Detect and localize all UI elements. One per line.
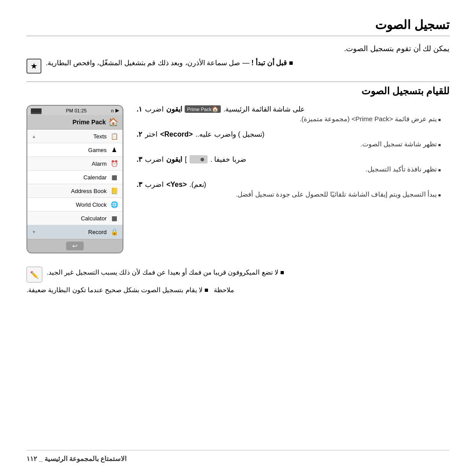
note-text-2: ملاحظة ■ لا يقام بتسجيل الصوت بشكل صحيح …	[26, 286, 234, 294]
phone-header-title: Prime Pack	[73, 119, 106, 126]
phone-status-bar: ▶ n 01:25 PM ▓▓▓	[27, 106, 123, 115]
step-1-main: على شاشة القائمة الرئيسية. 🏠 Prime Pack …	[137, 105, 450, 113]
menu-label-record: Record	[88, 229, 107, 235]
step-3a: ضربا خفيفا . ] ايقون اضرب ٣. تظهر نافذة …	[137, 155, 450, 173]
page-container: تسجيل الصوت يمكن لك أن تقوم بتسجيل الصوت…	[0, 0, 476, 476]
page-title: تسجيل الصوت	[26, 18, 450, 36]
menu-item-address-book[interactable]: 📒 Address Book	[27, 184, 123, 198]
menu-item-calculator[interactable]: ▦ Calculator	[27, 212, 123, 225]
note-label: ملاحظة	[214, 286, 234, 294]
menu-label-calculator: Calculator	[81, 215, 107, 222]
menu-label-world-clock: World Clock	[76, 201, 107, 208]
menu-item-alarm[interactable]: ⏰ Alarm	[27, 157, 123, 171]
address-book-icon: 📒	[110, 187, 118, 194]
scroll-down-indicator: ▼	[32, 230, 36, 234]
texts-icon: 📋	[110, 133, 118, 140]
intro-text: يمكن لك أن تقوم بتسجيل الصوت.	[26, 44, 450, 53]
step-3b-sub: يبدأ التسجيل ويتم إيقاف الشاشة تلقائيًا …	[137, 190, 441, 198]
back-button[interactable]: ↩	[66, 242, 84, 250]
tip-text: ■ قبل أن تبدأ ! — صل سماعة الأذرن، وبعد …	[46, 59, 293, 67]
status-time: 01:25 PM	[66, 108, 86, 113]
world-clock-icon: 🌐	[110, 201, 118, 208]
menu-label-games: Games	[88, 147, 107, 153]
step-3a-main: ضربا خفيفا . ] ايقون اضرب ٣.	[137, 155, 450, 164]
signal-icon: n	[111, 108, 114, 113]
step-1: على شاشة القائمة الرئيسية. 🏠 Prime Pack …	[137, 105, 450, 123]
steps-area: على شاشة القائمة الرئيسية. 🏠 Prime Pack …	[137, 105, 450, 205]
phone-header: 🏠 Prime Pack	[27, 115, 123, 130]
note-text-1: ■ لا تضع الميكروفون قريبا من فمك أو بعيد…	[47, 267, 284, 276]
menu-item-world-clock[interactable]: 🌐 World Clock	[27, 198, 123, 212]
phone-mockup: ▶ n 01:25 PM ▓▓▓ 🏠 Prime Pack 📋 Texts ▲	[26, 105, 123, 253]
step-2-sub: تظهر شاشة تسجيل الصوت.	[137, 140, 441, 148]
menu-item-calendar[interactable]: ▦ Calendar	[27, 171, 123, 184]
menu-label-address-book: Address Book	[71, 188, 107, 194]
calendar-icon: ▦	[110, 174, 118, 181]
step-3a-sub: تظهر نافذة تأكيد التسجيل.	[137, 165, 441, 173]
play-icon: ▶	[115, 108, 119, 113]
footer-text: الاستمتاع بالمجموعة الرئيسية _ ١١٢	[26, 455, 126, 463]
tip-box: ■ قبل أن تبدأ ! — صل سماعة الأذرن، وبعد …	[26, 59, 450, 74]
note-row-1: ■ لا تضع الميكروفون قريبا من فمك أو بعيد…	[26, 267, 450, 283]
dot-icon	[201, 158, 204, 161]
scroll-up-indicator: ▲	[32, 134, 36, 139]
main-content: على شاشة القائمة الرئيسية. 🏠 Prime Pack …	[26, 105, 450, 253]
step-1-sub: يتم عرض قائمة <Prime Pack> (مجموعة متميز…	[137, 115, 441, 123]
battery-icon: ▓▓▓	[31, 108, 41, 113]
note-row-2: ملاحظة ■ لا يقام بتسجيل الصوت بشكل صحيح …	[26, 286, 450, 294]
menu-label-texts: Texts	[93, 133, 107, 140]
step-3b-main: (نعم). <Yes> اضرب ٣.	[137, 180, 450, 189]
menu-item-texts[interactable]: 📋 Texts ▲	[27, 130, 123, 143]
page-footer: الاستمتاع بالمجموعة الرئيسية _ ١١٢	[26, 450, 450, 463]
step-3b: (نعم). <Yes> اضرب ٣. يبدأ التسجيل ويتم إ…	[137, 180, 450, 198]
menu-label-calendar: Calendar	[83, 174, 107, 181]
menu-item-games[interactable]: ♟ Games	[27, 143, 123, 157]
record-button-indicator	[190, 155, 208, 164]
section-title: للقيام بتسجيل الصوت	[26, 82, 450, 97]
menu-label-alarm: Alarm	[92, 160, 107, 167]
games-icon: ♟	[110, 146, 118, 153]
menu-item-record[interactable]: 🔒 Record ▼	[27, 225, 123, 239]
phone-back-bar: ↩	[27, 239, 123, 253]
step-2: (تسجيل ) واضرب عليه.. <Record> اختر ٢. ت…	[137, 130, 450, 148]
step-2-main: (تسجيل ) واضرب عليه.. <Record> اختر ٢.	[137, 130, 450, 138]
calculator-icon: ▦	[110, 215, 118, 222]
note-icon: ✏️	[26, 267, 42, 283]
alarm-icon: ⏰	[110, 160, 118, 167]
record-icon: 🔒	[110, 228, 118, 235]
phone-header-icon: 🏠	[108, 117, 118, 127]
star-icon: ★	[26, 59, 41, 74]
prime-pack-icon: 🏠 Prime Pack	[185, 105, 220, 113]
phone-menu: 📋 Texts ▲ ♟ Games ⏰ Alarm ▦ Calendar	[27, 130, 123, 239]
note-section: ■ لا تضع الميكروفون قريبا من فمك أو بعيد…	[26, 267, 450, 294]
